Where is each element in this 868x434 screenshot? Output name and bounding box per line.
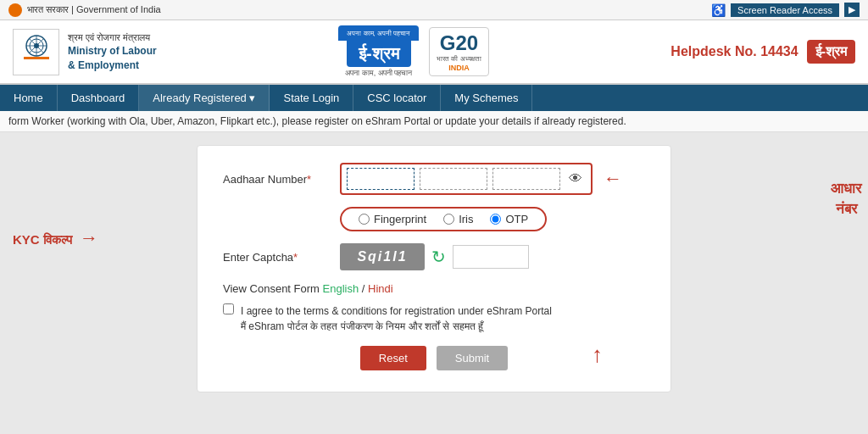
captcha-refresh-icon[interactable]: ↻ xyxy=(431,247,446,267)
screen-reader-button[interactable]: Screen Reader Access xyxy=(731,3,839,17)
reset-button[interactable]: Reset xyxy=(360,346,426,370)
consent-checkbox[interactable] xyxy=(223,303,234,314)
aadhaar-part2[interactable] xyxy=(420,168,487,190)
aadhaar-arrow: ← xyxy=(604,168,622,190)
eye-icon[interactable]: 👁 xyxy=(565,171,586,186)
aadhaar-part3[interactable] xyxy=(492,168,560,190)
eshram-right-logo: ई-श्रम xyxy=(807,40,855,64)
top-bar: भारत सरकार | Government of India ♿ Scree… xyxy=(0,0,868,20)
kyc-otp-radio[interactable] xyxy=(490,214,501,225)
captcha-label: Enter Captcha* xyxy=(223,251,333,264)
nav-dashboard[interactable]: Dashboard xyxy=(58,85,140,111)
consent-row: I agree to the terms & conditions for re… xyxy=(223,303,645,334)
kyc-otp[interactable]: OTP xyxy=(490,213,528,225)
nav-csc-locator[interactable]: CSC locator xyxy=(353,85,441,111)
nav-home[interactable]: Home xyxy=(0,85,58,111)
gov-text: भारत सरकार | Government of India xyxy=(27,4,161,15)
ashoka-icon xyxy=(8,3,22,17)
captcha-row: Enter Captcha* Sqi1l1 ↻ xyxy=(223,243,645,270)
ministry-info: श्रम एवं रोजगार मंत्रालय Ministry of Lab… xyxy=(13,29,157,75)
aadhaar-annotation: आधार नंबर xyxy=(831,179,861,220)
kyc-iris[interactable]: Iris xyxy=(443,213,473,225)
captcha-image: Sqi1l1 xyxy=(340,243,425,270)
header-right: Helpdesk No. 14434 ई-श्रम xyxy=(670,40,855,64)
captcha-input[interactable] xyxy=(453,245,529,269)
kyc-iris-radio[interactable] xyxy=(443,214,454,225)
main-content: KYC विकल्प → आधार नंबर Aadhaar Number* 👁 xyxy=(0,132,868,405)
aadhaar-label: Aadhaar Number* xyxy=(223,173,333,186)
helpdesk-number: Helpdesk No. 14434 xyxy=(670,44,798,59)
nav-my-schemes[interactable]: My Schemes xyxy=(441,85,532,111)
consent-hindi-link[interactable]: Hindi xyxy=(368,282,393,295)
consent-text: I agree to the terms & conditions for re… xyxy=(241,303,552,334)
kyc-options-container: Fingerprint Iris OTP xyxy=(340,207,547,231)
govt-emblem xyxy=(13,29,59,75)
site-header: श्रम एवं रोजगार मंत्रालय Ministry of Lab… xyxy=(0,20,868,85)
accessibility-icon: ♿ xyxy=(711,3,726,17)
svg-rect-7 xyxy=(24,57,49,59)
consent-english-link[interactable]: English xyxy=(323,282,359,295)
form-buttons: Reset Submit xyxy=(223,346,645,370)
eshram-brand-text: ई-श्रम xyxy=(347,41,411,67)
kyc-arrow: → xyxy=(80,227,98,248)
aadhaar-input-group: 👁 xyxy=(340,163,593,195)
ministry-text: श्रम एवं रोजगार मंत्रालय Ministry of Lab… xyxy=(68,31,157,73)
registration-form: Aadhaar Number* 👁 ← Fingerprint xyxy=(197,145,671,392)
aadhaar-row: Aadhaar Number* 👁 ← xyxy=(223,163,645,195)
eshram-center-logo: अपना काम, अपनी पहचान ई-श्रम अपना काम, अप… xyxy=(338,25,419,78)
kyc-fingerprint-radio[interactable] xyxy=(359,214,370,225)
aadhaar-part1[interactable] xyxy=(347,168,415,190)
news-ticker: form Worker (working with Ola, Uber, Ama… xyxy=(0,111,868,132)
center-logos: अपना काम, अपनी पहचान ई-श्रम अपना काम, अप… xyxy=(338,25,488,78)
accessibility-controls: ♿ Screen Reader Access ▶ xyxy=(711,3,860,17)
submit-arrow: ↑ xyxy=(592,342,603,368)
nav-already-registered[interactable]: Already Registered ▾ xyxy=(139,85,270,111)
g20-logo: G20 भारत की अध्यक्षता INDIA xyxy=(429,27,488,76)
nav-state-login[interactable]: State Login xyxy=(270,85,353,111)
main-nav: Home Dashboard Already Registered ▾ Stat… xyxy=(0,85,868,111)
kyc-annotation: KYC विकल्प → xyxy=(13,227,98,249)
kyc-options-row: Fingerprint Iris OTP xyxy=(340,207,645,231)
consent-form-links: View Consent Form English / Hindi xyxy=(223,282,645,295)
arr-button[interactable]: ▶ xyxy=(844,3,860,17)
submit-button[interactable]: Submit xyxy=(437,346,508,370)
gov-label: भारत सरकार | Government of India xyxy=(8,3,161,17)
kyc-fingerprint[interactable]: Fingerprint xyxy=(359,213,426,225)
